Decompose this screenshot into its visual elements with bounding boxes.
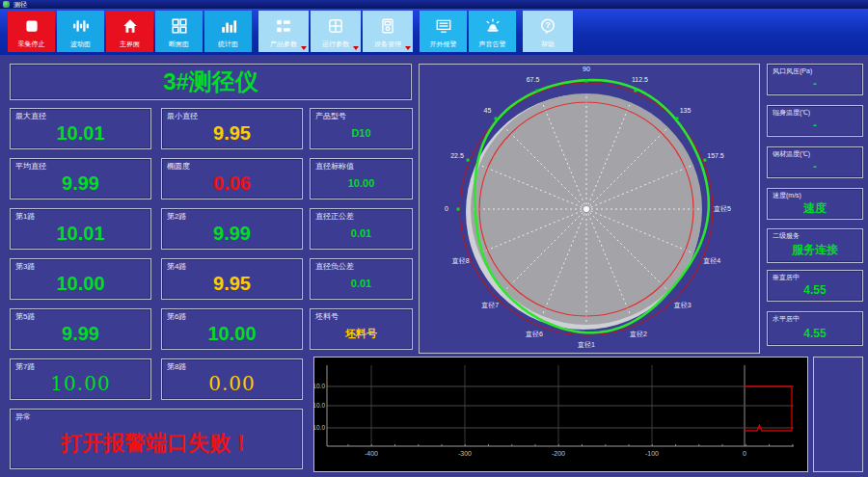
field-channel-7: 第7路10.00 [10, 358, 151, 400]
field-value: 9.95 [162, 118, 302, 148]
field-value: 10.00 [311, 168, 412, 199]
svg-text:-300: -300 [458, 450, 472, 457]
toolbar-button-label: 采集停止 [18, 40, 45, 49]
field-value: 0.01 [311, 218, 412, 249]
toolbar-button-device-mgmt[interactable]: 设备管理 [363, 11, 413, 52]
field-value: D10 [311, 118, 412, 148]
field-channel-8: 第8路0.00 [161, 358, 303, 400]
field-avg-diameter: 平均直径9.99 [10, 158, 151, 199]
toolbar-button-label: 产品参数 [270, 40, 297, 49]
bottom-right-panel [813, 357, 863, 472]
toolbar-button-main-view[interactable]: 主界面 [106, 11, 153, 52]
toolbar-button-stats-chart[interactable]: 统计图 [204, 11, 252, 52]
status-value: 速度 [768, 198, 862, 219]
status-panel-vertical-center: 垂直居中4.55 [767, 270, 863, 302]
svg-text:67.5: 67.5 [527, 76, 540, 83]
field-channel-4: 第4路9.95 [161, 258, 303, 300]
toolbar: 采集停止波动图主界面断面图统计图产品参数运行参数设备管理开外报警声音告警?帮助 [0, 9, 868, 55]
stop-icon [23, 15, 41, 37]
field-value: 0.00 [162, 368, 302, 399]
toolbar-button-run-params[interactable]: 运行参数 [311, 11, 361, 52]
field-value: 9.99 [11, 318, 150, 349]
svg-text:10.0: 10.0 [314, 383, 325, 389]
toolbar-button-wave-chart[interactable]: 波动图 [57, 11, 104, 52]
svg-text:直径8: 直径8 [452, 257, 470, 265]
status-panel-speed: 速度(m/s)速度 [767, 188, 863, 220]
status-value: 4.55 [768, 321, 862, 345]
alarm-icon [484, 15, 502, 37]
field-value: 9.99 [162, 218, 302, 249]
svg-text:90: 90 [583, 66, 590, 72]
field-product-model: 产品型号D10 [310, 108, 413, 149]
toolbar-button-stop-capture[interactable]: 采集停止 [8, 11, 55, 52]
svg-text:45: 45 [484, 107, 492, 114]
svg-text:-100: -100 [645, 450, 659, 457]
svg-text:-400: -400 [365, 450, 378, 457]
status-panel-roll-temp: 辊身温度(℃)- [767, 105, 863, 137]
cross-section-panel: 022.54567.590112.5135157.5直径5直径4直径3直径2直径… [419, 64, 760, 354]
field-max-diameter: 最大直径10.01 [10, 108, 151, 149]
list-icon [275, 15, 292, 37]
svg-text:直径1: 直径1 [578, 341, 595, 349]
toolbar-button-section-view[interactable]: 断面图 [155, 11, 203, 52]
svg-text:直径7: 直径7 [481, 302, 499, 309]
status-value: - [768, 156, 862, 177]
device-icon [379, 15, 396, 37]
app-icon [3, 1, 10, 8]
dropdown-arrow-icon [353, 46, 359, 50]
svg-text:0: 0 [743, 450, 746, 457]
status-panel-steel-temp: 钢材温度(℃)- [767, 146, 863, 178]
dropdown-arrow-icon [301, 46, 307, 50]
toolbar-button-sound-alarm[interactable]: 声音告警 [469, 11, 516, 52]
field-value: 10.01 [11, 218, 150, 249]
field-value: 10.00 [11, 268, 150, 299]
status-value: 服务连接 [768, 238, 862, 262]
toolbar-button-label: 运行参数 [322, 40, 349, 49]
window-title: 测径 [14, 1, 27, 8]
field-nominal-diameter: 直径标称值10.00 [310, 158, 413, 199]
svg-text:直径3: 直径3 [674, 302, 692, 309]
toolbar-button-label: 波动图 [70, 40, 91, 49]
field-channel-5: 第5路9.99 [10, 308, 151, 350]
dropdown-arrow-icon [405, 46, 411, 50]
toolbar-button-label: 开外报警 [430, 40, 457, 49]
cross-section-chart: 022.54567.590112.5135157.5直径5直径4直径3直径2直径… [420, 65, 759, 353]
svg-text:直径4: 直径4 [703, 257, 720, 265]
field-ovality: 椭圆度0.06 [161, 158, 303, 199]
svg-text:-200: -200 [552, 450, 565, 457]
grid-icon [327, 15, 344, 37]
field-value: 9.99 [11, 168, 150, 199]
toolbar-button-help[interactable]: ?帮助 [523, 11, 573, 52]
trend-chart-panel: 10.010.010.0-400-300-200-1000 [313, 357, 808, 472]
svg-text:10.0: 10.0 [314, 424, 325, 431]
svg-text:135: 135 [680, 107, 692, 114]
field-exception: 异常打开报警端口失败！ [10, 409, 303, 469]
field-billet-no: 坯料号坯料号 [310, 308, 413, 350]
field-value: 0.01 [311, 268, 412, 299]
home-icon [122, 15, 139, 37]
toolbar-button-product-params[interactable]: 产品参数 [258, 11, 309, 52]
trend-chart: 10.010.010.0-400-300-200-1000 [314, 358, 807, 471]
field-value: 10.00 [11, 368, 150, 399]
svg-text:112.5: 112.5 [632, 76, 648, 83]
toolbar-button-label: 统计图 [218, 40, 238, 49]
field-channel-1: 第1路10.01 [10, 208, 151, 250]
field-plus-tolerance: 直径正公差0.01 [310, 208, 413, 250]
toolbar-button-label: 声音告警 [479, 40, 506, 49]
svg-text:直径5: 直径5 [714, 205, 731, 213]
field-channel-3: 第3路10.00 [10, 258, 151, 300]
diameter-gauge-app: 测径 采集停止波动图主界面断面图统计图产品参数运行参数设备管理开外报警声音告警?… [0, 0, 868, 477]
monitor-icon [435, 15, 452, 37]
svg-text:直径6: 直径6 [526, 331, 543, 338]
field-value: 坯料号 [311, 318, 412, 349]
svg-text:?: ? [545, 20, 551, 30]
toolbar-button-label: 主界面 [120, 40, 140, 49]
gauge-title: 3#测径仪 [10, 64, 412, 100]
field-value: 打开报警端口失败！ [11, 418, 302, 468]
status-panel-l2-service: 二级服务服务连接 [767, 228, 863, 263]
toolbar-button-external-alarm[interactable]: 开外报警 [420, 11, 467, 52]
status-value: 4.55 [768, 279, 862, 301]
bars-icon [220, 15, 237, 37]
toolbar-button-label: 设备管理 [374, 40, 401, 49]
status-panel-air-pressure: 风口风压(Pa)- [767, 64, 863, 95]
